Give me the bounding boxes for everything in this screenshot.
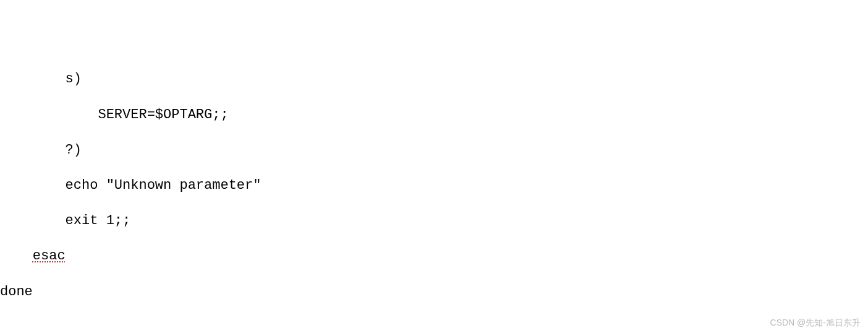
code-line: echo "Unknown parameter" xyxy=(0,177,868,195)
code-line: s) xyxy=(0,71,868,89)
code-line: done xyxy=(0,283,868,301)
code-line: esac xyxy=(0,248,868,266)
spellcheck-word: esac xyxy=(33,248,66,264)
code-line: ?) xyxy=(0,142,868,160)
code-line: SERVER=$OPTARG;; xyxy=(0,106,868,124)
code-indent xyxy=(0,248,33,264)
code-line: exit 1;; xyxy=(0,212,868,230)
watermark: CSDN @先知-旭日东升 xyxy=(770,317,861,328)
